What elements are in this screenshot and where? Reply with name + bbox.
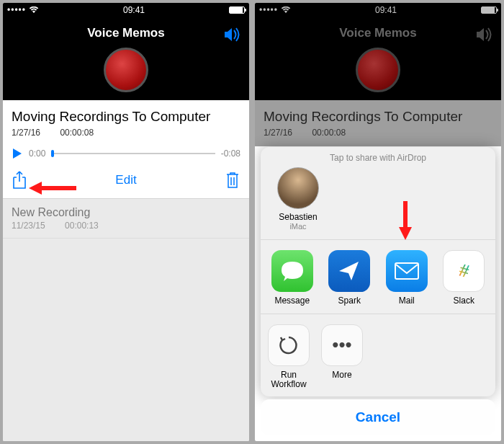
record-button	[356, 48, 400, 92]
action-label: More	[332, 370, 351, 380]
share-actions-row: Run Workflow ••• More	[261, 314, 495, 396]
contact-device: iMac	[289, 222, 306, 231]
scrubber[interactable]	[51, 153, 215, 154]
memo-duration: 00:00:08	[60, 128, 94, 138]
remaining-time: -0:08	[221, 148, 240, 159]
app-header: Voice Memos	[255, 17, 501, 100]
avatar	[277, 167, 319, 209]
mail-icon	[386, 250, 428, 292]
airdrop-row: Sebastien iMac	[261, 167, 495, 240]
recording-title: New Recording	[12, 206, 240, 219]
memo-title: Moving Recordings To Computer	[264, 109, 492, 125]
memo-duration: 00:00:08	[312, 128, 346, 138]
recording-date: 11/23/15	[12, 221, 45, 231]
list-item[interactable]: New Recording 11/23/15 00:00:13	[3, 199, 249, 239]
app-label: Spark	[338, 296, 361, 306]
status-bar: ••••• 09:41	[255, 3, 501, 17]
status-time: 09:41	[375, 5, 397, 15]
app-title: Voice Memos	[87, 26, 164, 40]
more-icon: •••	[321, 324, 363, 366]
share-apps-row: Message Spark Mail # Slack	[261, 240, 495, 314]
memo-title: Moving Recordings To Computer	[12, 109, 240, 125]
app-label: Message	[274, 296, 310, 306]
share-app-slack[interactable]: # Slack	[438, 250, 489, 306]
speaker-icon	[475, 27, 492, 42]
app-title: Voice Memos	[339, 26, 416, 40]
right-phone: ••••• 09:41 Voice Memos Moving Recording…	[255, 3, 501, 441]
battery-icon	[481, 6, 497, 14]
memo-meta: 1/27/16 00:00:08	[264, 128, 492, 138]
trash-icon[interactable]	[225, 171, 240, 190]
battery-icon	[229, 6, 245, 14]
signal-indicator: •••••	[7, 5, 26, 15]
action-run-workflow[interactable]: Run Workflow	[264, 324, 314, 389]
share-icon[interactable]	[12, 171, 27, 190]
wifi-icon	[29, 6, 39, 14]
share-app-spark[interactable]: Spark	[324, 250, 374, 306]
slack-icon: #	[443, 250, 485, 292]
spark-icon	[328, 250, 370, 292]
playback-bar: 0:00 -0:08	[12, 148, 240, 159]
app-label: Slack	[454, 296, 474, 306]
speaker-icon[interactable]	[223, 27, 240, 42]
workflow-icon	[268, 324, 310, 366]
action-more[interactable]: ••• More	[317, 324, 367, 389]
wifi-icon	[281, 6, 291, 14]
signal-indicator: •••••	[259, 5, 278, 15]
app-header: Voice Memos	[3, 17, 249, 100]
cancel-button[interactable]: Cancel	[261, 399, 495, 435]
annotation-arrow-left	[29, 182, 76, 195]
empty-list-area	[3, 239, 249, 441]
recording-meta: 11/23/15 00:00:13	[12, 221, 240, 231]
recording-duration: 00:00:13	[65, 221, 99, 231]
record-button[interactable]	[104, 48, 148, 92]
app-label: Mail	[399, 296, 415, 306]
contact-name: Sebastien	[279, 212, 317, 222]
airdrop-contact[interactable]: Sebastien iMac	[272, 167, 324, 231]
annotation-arrow-right	[399, 201, 412, 240]
share-app-message[interactable]: Message	[267, 250, 318, 306]
memo-date: 1/27/16	[12, 128, 40, 138]
memo-date: 1/27/16	[264, 128, 292, 138]
elapsed-time: 0:00	[29, 148, 45, 159]
left-phone: ••••• 09:41 Voice Memos Moving Recording…	[3, 3, 249, 441]
share-app-mail[interactable]: Mail	[382, 250, 432, 306]
status-bar: ••••• 09:41	[3, 3, 249, 17]
status-time: 09:41	[123, 5, 145, 15]
message-icon	[271, 250, 313, 292]
svg-rect-0	[395, 263, 418, 279]
play-icon[interactable]	[12, 148, 23, 159]
action-label: Run Workflow	[264, 370, 314, 389]
airdrop-label: Tap to share with AirDrop	[261, 147, 495, 167]
share-sheet: Tap to share with AirDrop Sebastien iMac…	[261, 147, 495, 396]
selected-memo: Moving Recordings To Computer 1/27/16 00…	[255, 100, 501, 146]
memo-meta: 1/27/16 00:00:08	[12, 128, 240, 138]
